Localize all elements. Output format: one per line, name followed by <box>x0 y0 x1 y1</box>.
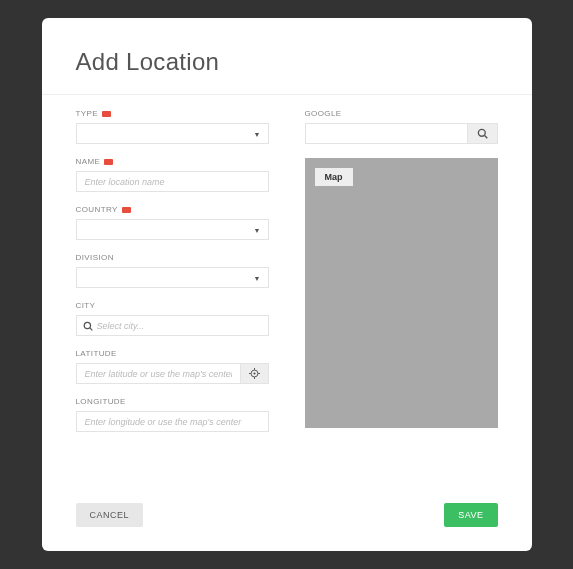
city-label: CITY <box>76 301 269 310</box>
name-label: NAME <box>76 157 269 166</box>
map-type-button[interactable]: Map <box>315 168 353 186</box>
latitude-input[interactable] <box>76 363 241 384</box>
form-columns: TYPE ▼ NAME COUNTRY <box>76 109 498 445</box>
city-input[interactable] <box>97 321 262 331</box>
division-label-text: DIVISION <box>76 253 114 262</box>
city-input-wrap[interactable] <box>76 315 269 336</box>
name-label-text: NAME <box>76 157 101 166</box>
type-label: TYPE <box>76 109 269 118</box>
type-group: TYPE ▼ <box>76 109 269 144</box>
name-group: NAME <box>76 157 269 192</box>
latitude-group: LATITUDE <box>76 349 269 384</box>
division-label: DIVISION <box>76 253 269 262</box>
name-input[interactable] <box>76 171 269 192</box>
longitude-group: LONGITUDE <box>76 397 269 432</box>
svg-point-8 <box>478 129 485 136</box>
country-group: COUNTRY ▼ <box>76 205 269 240</box>
google-group: GOOGLE <box>305 109 498 144</box>
google-search-button[interactable] <box>468 123 498 144</box>
latitude-label-text: LATITUDE <box>76 349 117 358</box>
map-panel[interactable]: Map <box>305 158 498 428</box>
type-select[interactable] <box>76 123 269 144</box>
svg-line-1 <box>89 327 92 330</box>
city-group: CITY <box>76 301 269 336</box>
left-column: TYPE ▼ NAME COUNTRY <box>76 109 269 445</box>
city-label-text: CITY <box>76 301 96 310</box>
right-column: GOOGLE Map <box>305 109 498 445</box>
svg-point-0 <box>84 322 90 328</box>
division-select[interactable] <box>76 267 269 288</box>
country-select[interactable] <box>76 219 269 240</box>
search-icon <box>477 128 488 139</box>
svg-line-9 <box>484 136 487 139</box>
type-label-text: TYPE <box>76 109 99 118</box>
locate-button[interactable] <box>241 363 269 384</box>
country-label: COUNTRY <box>76 205 269 214</box>
crosshair-icon <box>249 368 260 379</box>
modal-footer: CANCEL SAVE <box>76 503 498 527</box>
required-badge <box>104 159 113 165</box>
longitude-label: LONGITUDE <box>76 397 269 406</box>
required-badge <box>122 207 131 213</box>
latitude-label: LATITUDE <box>76 349 269 358</box>
search-icon <box>83 321 93 331</box>
longitude-input[interactable] <box>76 411 269 432</box>
add-location-modal: Add Location TYPE ▼ NAME <box>42 18 532 551</box>
division-group: DIVISION ▼ <box>76 253 269 288</box>
svg-point-3 <box>253 372 255 374</box>
longitude-label-text: LONGITUDE <box>76 397 126 406</box>
modal-title: Add Location <box>76 48 498 76</box>
country-label-text: COUNTRY <box>76 205 118 214</box>
required-badge <box>102 111 111 117</box>
google-label-text: GOOGLE <box>305 109 342 118</box>
google-label: GOOGLE <box>305 109 498 118</box>
cancel-button[interactable]: CANCEL <box>76 503 144 527</box>
google-input[interactable] <box>305 123 468 144</box>
divider <box>42 94 532 95</box>
save-button[interactable]: SAVE <box>444 503 497 527</box>
